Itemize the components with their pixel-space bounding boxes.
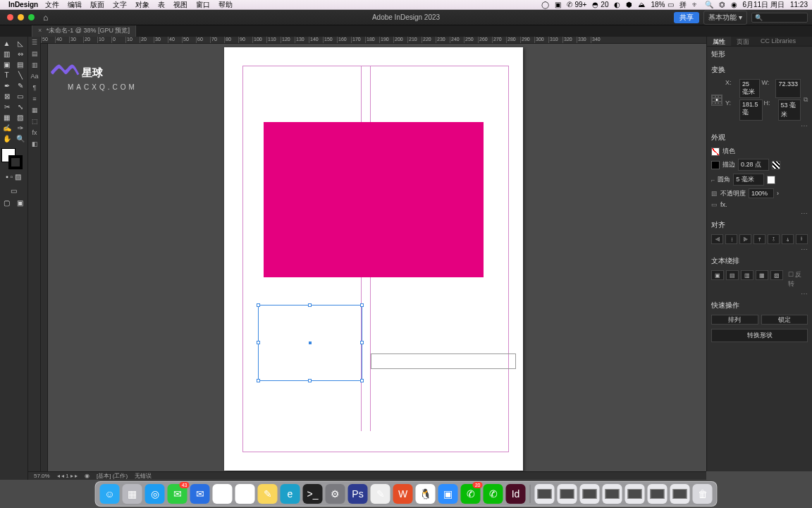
page-tool[interactable]: ▥ xyxy=(0,49,13,59)
date[interactable]: 6月11日 周日 xyxy=(743,0,785,10)
dock-icon-6[interactable]: ≡ xyxy=(28,93,41,104)
stroke-weight[interactable]: 0.28 点 xyxy=(738,159,769,171)
status-mountain[interactable]: ⛰ xyxy=(638,1,645,8)
direct-selection-tool[interactable]: ◺ xyxy=(13,38,27,49)
color-mode-row[interactable]: ▪ ▫ ▨ xyxy=(0,169,27,183)
input-method[interactable]: 拼 xyxy=(679,0,687,10)
align-more[interactable]: ⋯ xyxy=(707,246,812,253)
reference-point[interactable] xyxy=(711,95,722,106)
selected-frame[interactable] xyxy=(258,305,362,381)
siri-icon[interactable]: ◉ xyxy=(731,1,737,8)
pen-tool[interactable]: ✒ xyxy=(0,80,13,91)
transform-x[interactable]: 25 毫米 xyxy=(739,79,760,98)
dock-app-app1[interactable]: ✎ xyxy=(371,484,390,504)
status-icon[interactable]: ◯ xyxy=(541,1,549,8)
help-search[interactable]: 🔍 xyxy=(751,13,808,23)
eyedropper-tool[interactable]: ✑ xyxy=(13,123,27,133)
dock-trash[interactable]: 🗑 xyxy=(693,484,713,504)
dock-app-wechat2[interactable]: ✆ xyxy=(484,484,503,504)
dock-app-notes[interactable]: ✎ xyxy=(258,484,278,504)
selection-tool[interactable]: ▲ xyxy=(0,38,13,49)
convert-shape-button[interactable]: 转换形状 xyxy=(711,329,808,342)
line-tool[interactable]: ╲ xyxy=(13,70,27,80)
transform-y[interactable]: 181.5 毫 xyxy=(739,99,763,121)
menu-help[interactable]: 帮助 xyxy=(219,0,233,10)
status-icon4[interactable]: ⬢ xyxy=(626,1,632,8)
align-right[interactable]: ⫸ xyxy=(739,234,751,244)
dock-minimized-window[interactable] xyxy=(670,484,690,504)
tab-cclibraries[interactable]: CC Libraries xyxy=(755,37,801,46)
corner-radius[interactable]: 5 毫米 xyxy=(733,174,764,186)
window-close[interactable] xyxy=(7,14,13,20)
dock-app-safari[interactable]: ◎ xyxy=(145,484,165,504)
transform-h[interactable]: 53 毫米 xyxy=(778,99,801,121)
canvas[interactable]: 5040302010010203040506070809010011012013… xyxy=(41,37,706,471)
dock-minimized-window[interactable] xyxy=(580,484,600,504)
preflight-profile[interactable]: [基本] (工作) xyxy=(97,472,128,480)
preflight-icon[interactable]: ◉ xyxy=(85,473,90,479)
menu-window[interactable]: 窗口 xyxy=(196,0,210,10)
menu-file[interactable]: 文件 xyxy=(45,0,59,10)
stroke-style[interactable] xyxy=(772,161,780,169)
share-button[interactable]: 共享 xyxy=(674,12,699,23)
status-icon3[interactable]: ◐ xyxy=(614,1,620,8)
error-status[interactable]: 无错误 xyxy=(135,472,152,480)
zoom-tool[interactable]: 🔍 xyxy=(13,133,27,144)
dock-icon-5[interactable]: ¶ xyxy=(28,82,41,93)
opacity-value[interactable]: 100% xyxy=(749,188,774,198)
dock-minimized-window[interactable] xyxy=(648,484,668,504)
note-tool[interactable]: ✍ xyxy=(0,123,13,133)
document-page[interactable] xyxy=(224,47,523,471)
home-icon[interactable]: ⌂ xyxy=(43,13,48,23)
align-top[interactable]: ⫯ xyxy=(753,234,765,244)
dock-app-wps[interactable]: W xyxy=(393,484,413,504)
constrain-icon[interactable]: ⧉ xyxy=(804,96,808,104)
battery[interactable]: 18% ▭ xyxy=(651,1,673,8)
pencil-tool[interactable]: ✎ xyxy=(13,80,27,91)
dock-app-qq[interactable]: 🐧 xyxy=(416,484,436,504)
tab-pages[interactable]: 页面 xyxy=(731,37,755,46)
menu-layout[interactable]: 版面 xyxy=(90,0,104,10)
app-name[interactable]: InDesign xyxy=(8,1,38,8)
lock-button[interactable]: 锁定 xyxy=(761,315,808,325)
dock-app-feishu[interactable]: ▣ xyxy=(438,484,458,504)
wrap-shape[interactable]: ▥ xyxy=(741,270,753,280)
dock-minimized-window[interactable] xyxy=(535,484,555,504)
dock-app-finder[interactable]: ☺ xyxy=(100,484,120,504)
dock-app-mail[interactable]: ✉ xyxy=(190,484,210,504)
distribute-spacing[interactable]: ⫲ xyxy=(796,234,808,244)
dock-icon-9[interactable]: fx xyxy=(28,127,41,138)
tab-properties[interactable]: 属性 xyxy=(707,37,731,46)
transform-w[interactable]: 72.333 xyxy=(775,79,801,98)
type-tool[interactable]: T xyxy=(0,70,13,80)
wrap-bounding[interactable]: ▤ xyxy=(726,270,739,280)
opacity-chevron[interactable]: › xyxy=(777,190,779,197)
menu-edit[interactable]: 编辑 xyxy=(68,0,82,10)
control-center-icon[interactable]: ⏣ xyxy=(719,1,725,8)
wrap-jump[interactable]: ▦ xyxy=(756,270,768,280)
wrap-invert[interactable]: 反转 xyxy=(788,271,802,287)
content-placer-tool[interactable]: ▤ xyxy=(13,59,27,70)
transform-more[interactable]: ⋯ xyxy=(707,122,812,130)
dock-app-settings[interactable]: ⚙ xyxy=(326,484,345,504)
zoom-level[interactable]: 57.0% xyxy=(34,473,50,479)
text-frame-small[interactable] xyxy=(371,353,516,369)
dock-icon-8[interactable]: ⬚ xyxy=(28,116,41,127)
wechat-status[interactable]: ✆ 99+ xyxy=(567,1,586,8)
screen-mode[interactable]: ▭ xyxy=(0,183,27,198)
dock-app-launchpad[interactable]: ▦ xyxy=(123,484,142,504)
fill-swatch[interactable] xyxy=(711,147,720,156)
dock-minimized-window[interactable] xyxy=(558,484,577,504)
tab-close-icon[interactable]: × xyxy=(38,27,42,34)
status-icon2[interactable]: ▣ xyxy=(555,1,561,8)
qq-status[interactable]: ◓ 20 xyxy=(592,1,608,8)
window-minimize[interactable] xyxy=(18,14,24,20)
view-mode-1[interactable]: ▢ xyxy=(0,198,13,208)
menu-object[interactable]: 对象 xyxy=(135,0,149,10)
dock-icon-3[interactable]: ▥ xyxy=(28,59,41,71)
textwrap-more[interactable]: ⋯ xyxy=(707,290,812,298)
dock-app-edge[interactable]: e xyxy=(281,484,300,504)
dock-icon-7[interactable]: ▦ xyxy=(28,104,41,116)
align-vcenter[interactable]: ⫱ xyxy=(768,234,780,244)
dock-app-wechat1[interactable]: ✆20 xyxy=(461,484,481,504)
